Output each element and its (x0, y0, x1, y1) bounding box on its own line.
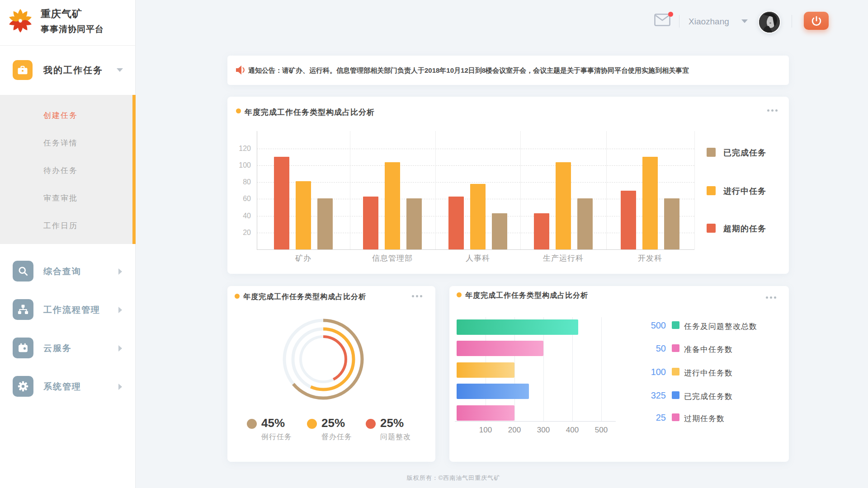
x-axis-tick: 200 (508, 426, 521, 435)
legend-swatch (707, 224, 716, 233)
chevron-right-icon (118, 268, 122, 275)
legend-label: 超期的任务 (723, 223, 766, 234)
sidebar-item-cloud-service[interactable]: 云服务 (0, 329, 136, 367)
title-dot-icon (235, 294, 240, 299)
bar-进行中任务 (470, 184, 486, 249)
sidebar-item-comprehensive-query[interactable]: 综合查询 (0, 252, 136, 291)
legend-percent: 25% (380, 416, 404, 430)
legend-label: 过期任务数 (684, 413, 725, 424)
y-axis-line (257, 131, 257, 249)
legend-swatch (672, 344, 679, 352)
x-axis-tick: 300 (537, 426, 550, 435)
category-separator (606, 131, 607, 249)
chevron-right-icon (118, 384, 122, 390)
annual-task-hbar-chart-card: 年度完成工作任务类型构成占比分析 100200300400500 500 任务及… (449, 286, 789, 462)
legend-value: 25 (634, 413, 666, 423)
bar-超期的任务 (448, 197, 464, 249)
legend-label: 进行中任务数 (684, 368, 733, 378)
x-axis-tick: 400 (566, 426, 579, 435)
avatar[interactable] (758, 11, 781, 33)
legend-percent: 25% (321, 416, 345, 430)
legend-swatch (672, 368, 679, 375)
sidebar-item-workflow-management[interactable]: 工作流程管理 (0, 291, 136, 329)
hbar-进行中任务数 (457, 362, 514, 378)
chevron-right-icon (118, 307, 122, 313)
x-axis-line (455, 421, 616, 422)
app-root: 重庆气矿 事事清协同平台 我的工作任务 创建任务 任务详情 待办任务 审查审批 … (0, 0, 868, 488)
bar-超期的任务 (363, 197, 378, 249)
x-axis-category-label: 开发科 (638, 253, 662, 263)
chevron-right-icon (118, 345, 122, 352)
gridline (257, 165, 694, 166)
card-more-menu[interactable] (412, 293, 424, 299)
legend-label: 问题整改 (380, 432, 411, 442)
menu-label: 系统管理 (43, 367, 81, 406)
bar-已完成任务 (664, 198, 679, 249)
user-menu-chevron-icon[interactable] (741, 19, 748, 23)
sidebar: 重庆气矿 事事清协同平台 我的工作任务 创建任务 任务详情 待办任务 审查审批 … (0, 0, 136, 488)
x-axis-category-label: 人事科 (466, 253, 490, 263)
x-axis-category-label: 矿办 (295, 253, 311, 263)
sidebar-item-create-task[interactable]: 创建任务 (0, 102, 136, 129)
sidebar-item-review-approve[interactable]: 审查审批 (0, 184, 136, 212)
x-axis-category-label: 生产运行科 (543, 253, 584, 263)
legend-swatch (707, 186, 716, 195)
hbar-准备中任务数 (457, 341, 543, 356)
petrochina-logo-icon (8, 8, 33, 33)
category-separator (520, 131, 521, 249)
sidebar-item-todo-tasks[interactable]: 待办任务 (0, 157, 136, 184)
bar-已完成任务 (577, 198, 593, 249)
legend-label: 已完成任务数 (684, 391, 733, 402)
logout-power-button[interactable] (804, 12, 829, 30)
sidebar-item-work-calendar[interactable]: 工作日历 (0, 212, 136, 239)
category-separator (435, 131, 436, 249)
hbar-过期任务数 (457, 405, 514, 421)
bar-进行中任务 (385, 162, 400, 249)
x-axis-line (257, 249, 694, 250)
divider (679, 15, 679, 28)
legend-value: 325 (634, 390, 666, 401)
bar-已完成任务 (406, 198, 422, 249)
legend-dot (366, 419, 376, 429)
app-title: 重庆气矿 事事清协同平台 (41, 7, 104, 35)
legend-label: 已完成任务 (723, 147, 766, 158)
sidebar-menu-list: 综合查询 工作流程管理 (0, 244, 136, 406)
sidebar-item-system-management[interactable]: 系统管理 (0, 367, 136, 406)
y-axis-tick: 20 (228, 229, 251, 237)
y-axis-tick: 100 (228, 161, 251, 169)
legend-label: 任务及问题整改总数 (684, 321, 757, 332)
x-axis-tick: 500 (595, 426, 608, 435)
y-axis-tick: 60 (228, 195, 251, 203)
copyright-text: 版权所有：©西南油气田重庆气矿 (128, 474, 779, 482)
y-axis-tick: 80 (228, 178, 251, 186)
donut-chart-plot (274, 310, 373, 409)
topbar: Xiaozhang (136, 0, 868, 45)
legend-swatch (672, 391, 679, 399)
workflow-icon (13, 299, 33, 320)
sidebar-item-task-detail[interactable]: 任务详情 (0, 129, 136, 157)
cloud-service-icon (13, 338, 33, 358)
username-label[interactable]: Xiaozhang (689, 0, 729, 43)
legend-label: 准备中任务数 (684, 344, 733, 355)
briefcase-icon (13, 60, 33, 80)
legend-label: 例行任务 (261, 432, 292, 442)
logo-row: 重庆气矿 事事清协同平台 (0, 0, 136, 46)
x-axis-category-label: 信息管理部 (372, 253, 413, 263)
submenu-accent-bar (132, 95, 136, 244)
hbar-任务及问题整改总数 (457, 319, 578, 335)
menu-label: 综合查询 (43, 252, 81, 291)
bar-进行中任务 (556, 162, 571, 249)
mail-button[interactable] (654, 14, 672, 29)
x-axis-tick: 100 (479, 426, 492, 435)
org-name: 重庆气矿 (41, 7, 104, 21)
sidebar-submenu: 创建任务 任务详情 待办任务 审查审批 工作日历 (0, 95, 136, 244)
legend-value: 100 (634, 367, 666, 377)
legend-swatch (672, 413, 679, 421)
donut-rings (274, 310, 373, 409)
legend-label: 督办任务 (321, 432, 352, 442)
gridline (257, 182, 694, 183)
legend-dot (307, 419, 317, 429)
sidebar-group-my-tasks[interactable]: 我的工作任务 (0, 45, 136, 95)
annual-task-donut-chart-card: 年度完成工作任务类型构成占比分析 45% 例行任务 25% 督办任务 25% 问… (227, 286, 435, 462)
card-title: 年度完成工作任务类型构成占比分析 (243, 292, 366, 302)
